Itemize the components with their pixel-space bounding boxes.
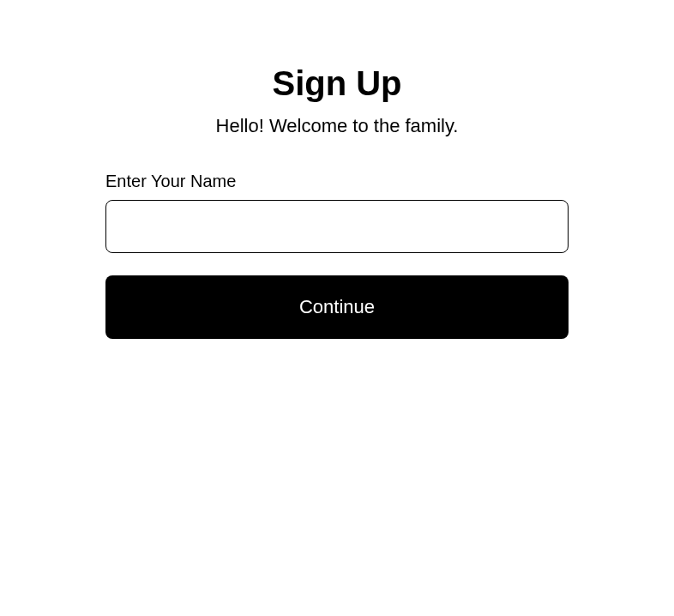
page-subtitle: Hello! Welcome to the family. — [105, 115, 569, 137]
page-title: Sign Up — [105, 64, 569, 103]
name-label: Enter Your Name — [105, 172, 569, 191]
name-field[interactable] — [105, 200, 569, 253]
continue-button[interactable]: Continue — [105, 275, 569, 339]
